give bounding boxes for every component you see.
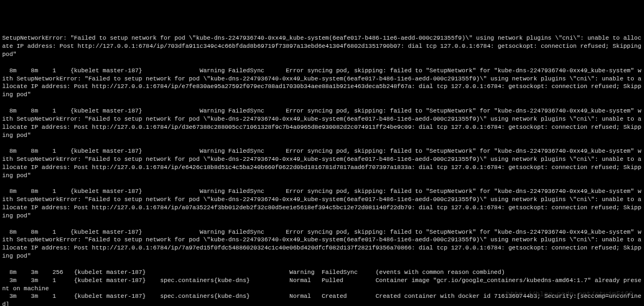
- log-line: 8m 8m 1 {kubelet master-187} Warning Fai…: [2, 67, 642, 99]
- log-line: [2, 260, 642, 268]
- log-line: 3m 3m 1 {kubelet master-187} spec.contai…: [2, 292, 642, 306]
- log-line: [2, 59, 642, 67]
- log-line: SetupNetworkError: "Failed to setup netw…: [2, 34, 642, 59]
- log-line: 8m 8m 1 {kubelet master-187} Warning Fai…: [2, 147, 642, 179]
- log-line: 8m 8m 1 {kubelet master-187} Warning Fai…: [2, 107, 642, 139]
- log-line: [2, 139, 642, 147]
- terminal-output: SetupNetworkError: "Failed to setup netw…: [2, 34, 642, 306]
- log-line: 8m 8m 1 {kubelet master-187} Warning Fai…: [2, 188, 642, 220]
- log-line: [2, 220, 642, 228]
- log-line: [2, 180, 642, 188]
- log-line: 8m 3m 256 {kubelet master-187} Warning F…: [2, 268, 642, 277]
- log-line: [2, 99, 642, 107]
- log-line: 3m 3m 1 {kubelet master-187} spec.contai…: [2, 277, 642, 293]
- log-line: 8m 8m 1 {kubelet master-187} Warning Fai…: [2, 228, 642, 260]
